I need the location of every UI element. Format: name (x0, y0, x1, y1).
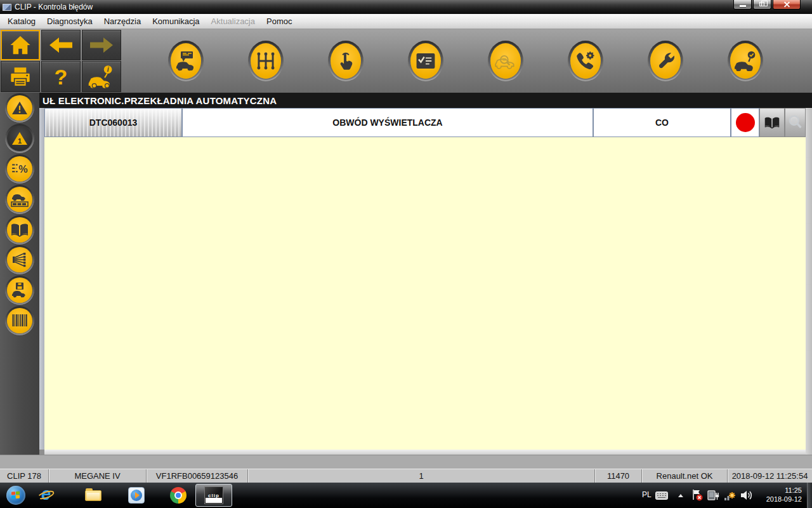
lower-gap (0, 455, 812, 469)
car-floppy-icon (7, 277, 32, 303)
documentation-button[interactable] (5, 215, 34, 244)
module-title: UŁ ELEKTRONIC.PRZEKŁADNIA AUTOMATYCZNA (43, 95, 277, 106)
vehicle-info-button[interactable]: i (82, 61, 121, 92)
clock-date: 2018-09-12 (747, 495, 802, 504)
vehicle-check-button[interactable] (728, 41, 763, 81)
vehicle-progress-icon (7, 187, 32, 212)
forward-button[interactable] (82, 30, 121, 60)
restore-button[interactable] (753, 0, 771, 10)
documentation-lookup-button[interactable] (759, 108, 785, 137)
close-button[interactable] (773, 0, 801, 10)
dtc-description-label: OBWÓD WYŚWIETLACZA (332, 117, 442, 128)
clip-application-window: CLIP - Kontrola błędów Katalog Diagnosty… (0, 0, 812, 508)
network-status-button[interactable] (707, 489, 721, 502)
wiring-harness-icon (7, 247, 32, 272)
vehicle-info-icon: i (88, 65, 115, 89)
file-explorer-button[interactable] (84, 486, 103, 504)
connection-activity-button[interactable] (723, 489, 737, 502)
red-status-indicator (736, 113, 755, 132)
vehicle-diagnostic-button[interactable] (168, 41, 204, 81)
phone-support-button[interactable] (568, 41, 603, 81)
wiring-harness-button[interactable] (5, 245, 34, 274)
vehicle-inspection-button[interactable] (488, 41, 523, 81)
status-bar: CLIP 178 MEGANE IV VF1RFB00659123546 1 1… (0, 469, 812, 483)
right-scrollbar[interactable] (806, 108, 812, 455)
help-icon: ? (55, 66, 68, 88)
search-detail-button[interactable] (785, 108, 806, 137)
svg-text:%: % (18, 163, 27, 175)
fault-warning-button[interactable] (5, 93, 34, 123)
tools-button[interactable] (648, 41, 683, 81)
clock-time: 11:25 (747, 486, 802, 495)
language-indicator[interactable]: PL (642, 490, 652, 508)
manual-selection-button[interactable] (328, 41, 363, 81)
phone-gear-icon (570, 43, 601, 79)
window-title: CLIP - Kontrola błędów (15, 3, 93, 11)
fault-count-button[interactable]: 1 (5, 124, 34, 153)
help-button[interactable]: ? (41, 61, 81, 92)
wrench-icon (650, 43, 681, 79)
save-vehicle-data-button[interactable] (5, 276, 34, 305)
status-page-number: 1 (247, 469, 594, 483)
vehicle-progress-button[interactable] (5, 185, 34, 214)
home-button[interactable] (1, 30, 40, 60)
flag-error-icon (691, 489, 704, 502)
internet-explorer-icon: e (37, 486, 55, 504)
windows-logo-icon (11, 491, 20, 500)
menu-katalog[interactable]: Katalog (2, 15, 41, 28)
clip-logo-icon: clip (204, 486, 223, 504)
clock[interactable]: 11:25 2018-09-12 (747, 486, 802, 508)
title-bar: CLIP - Kontrola błędów (0, 0, 812, 14)
touch-hand-icon (331, 43, 361, 79)
gearbox-icon (251, 43, 281, 79)
svg-text:i: i (107, 66, 109, 73)
barcode-button[interactable] (5, 306, 34, 335)
back-button[interactable] (41, 30, 81, 60)
gearbox-button[interactable] (248, 41, 284, 81)
minimize-icon (740, 5, 746, 7)
media-player-icon (128, 487, 145, 504)
book-icon (764, 116, 780, 130)
menu-komunikacja[interactable]: Komunikacja (147, 15, 205, 28)
activity-starburst-icon (723, 489, 737, 502)
vehicle-check-icon (730, 43, 761, 79)
keyboard-icon (655, 491, 668, 500)
parameters-icon: % (7, 156, 32, 182)
show-hidden-icons-button[interactable] (674, 489, 688, 502)
folder-icon (85, 490, 102, 501)
dtc-indicator-cell (731, 108, 759, 137)
internet-explorer-button[interactable]: e (37, 486, 56, 504)
clip-taskbar-button[interactable]: clip (195, 484, 232, 507)
media-player-button[interactable] (127, 486, 146, 504)
chrome-icon (170, 487, 187, 504)
print-button[interactable] (1, 61, 40, 92)
minimize-button[interactable] (733, 0, 752, 10)
checklist-button[interactable] (408, 41, 443, 81)
menu-aktualizacja: Aktualizacja (206, 15, 261, 28)
network-plug-icon (707, 489, 720, 502)
close-icon (783, 1, 790, 8)
menu-bar: Katalog Diagnostyka Narzędzia Komunikacj… (0, 14, 812, 29)
barcode-icon (7, 308, 32, 333)
action-center-button[interactable] (690, 489, 704, 502)
vehicle-diagnostic-icon (171, 43, 201, 79)
printer-icon (9, 67, 32, 87)
dtc-code-button[interactable]: DTC060013 (44, 108, 182, 137)
horizontal-scrollbar[interactable] (44, 450, 806, 455)
vertical-scrollbar[interactable] (39, 108, 44, 455)
keyboard-layout-button[interactable] (655, 489, 669, 502)
scrollbar-corner (39, 450, 44, 455)
status-session-id: 11470 (594, 469, 641, 483)
fault-count-icon: 1 (7, 126, 32, 151)
show-desktop-button[interactable] (807, 483, 812, 508)
start-button[interactable] (6, 486, 25, 505)
menu-pomoc[interactable]: Pomoc (261, 15, 298, 28)
forward-arrow-icon (90, 37, 113, 53)
menu-diagnostyka[interactable]: Diagnostyka (41, 15, 98, 28)
chrome-button[interactable] (169, 486, 188, 504)
parameters-button[interactable]: % (5, 154, 34, 184)
menu-narzedzia[interactable]: Narzędzia (98, 15, 147, 28)
vehicle-search-icon (490, 43, 521, 79)
home-icon (10, 35, 31, 55)
status-network: Renault.net OK (641, 469, 727, 483)
